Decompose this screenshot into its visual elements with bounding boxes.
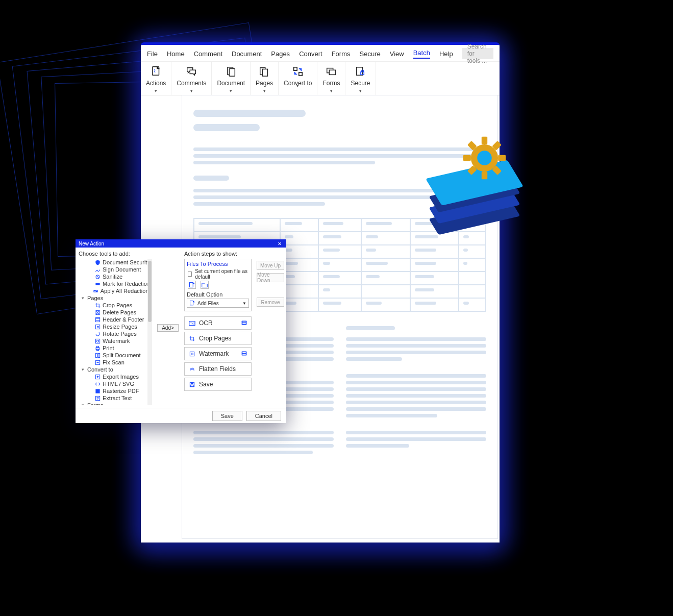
tree-node-label: Apply All Redactions [101,287,152,294]
tree-node[interactable]: Print [78,344,153,352]
tree-node[interactable]: Watermark [78,337,153,344]
set-default-checkbox-row[interactable]: Set current open file as default [187,268,249,280]
rasterize-icon [94,388,101,394]
action-step[interactable]: Flatten Fields [184,362,252,376]
cancel-button[interactable]: Cancel [246,411,281,421]
redact-icon [94,281,101,287]
flatten-icon [188,365,196,373]
redact-apply-icon [93,288,98,294]
tree-node-label: HTML / SVG [103,380,134,387]
comments-icon [185,65,197,78]
svg-rect-20 [96,346,98,348]
tree-node-label: Export Images [103,373,139,380]
tree-node[interactable]: Sign Document [78,266,153,273]
toolbar-label: Comments [177,80,206,87]
svg-rect-35 [190,301,193,305]
menu-pages[interactable]: Pages [271,50,290,58]
tree-node[interactable]: ▾Pages [78,294,153,302]
document-icon [225,65,237,78]
move-up-button[interactable]: Move Up [257,261,284,270]
toolbar-pages[interactable]: Pages ▾ [251,62,279,95]
tree-node-label: Forms [87,402,103,405]
tree-node[interactable]: Fix Scan [78,359,153,366]
tree-node-label: Pages [87,294,103,302]
tree-node-label: Sign Document [103,266,141,273]
menu-convert[interactable]: Convert [299,50,322,58]
menu-view[interactable]: View [390,50,404,58]
add-folder-icon[interactable] [201,281,209,289]
tree-node-label: Convert to [87,366,113,373]
search-placeholder: Search for tools ... [467,43,488,64]
search-tools-input[interactable]: Search for tools ... [462,48,493,59]
crop-icon [188,334,196,342]
tree-node-label: Mark for Redaction [103,280,150,287]
action-step[interactable]: TXTOCR [184,316,252,330]
files-to-process-title: Files To Process [187,261,249,267]
watermark-icon [94,338,101,344]
tree-node[interactable]: Mark for Redaction [78,280,153,287]
step-label: Crop Pages [199,335,231,342]
tree-node[interactable]: Crop Pages [78,302,153,309]
toolbar-label: Secure [351,80,370,87]
tree-node[interactable]: ▾Forms [78,402,153,405]
tree-node[interactable]: Rotate Pages [78,330,153,337]
tree-node[interactable]: Rasterize PDF [78,387,153,395]
tree-node[interactable]: Export Images [78,373,153,380]
scrollbar-thumb[interactable] [148,261,152,322]
svg-rect-6 [299,72,302,76]
delete-icon [94,309,101,315]
toolbar-document[interactable]: Document ▾ [212,62,251,95]
crop-icon [94,302,101,308]
tree-node[interactable]: ▾Convert to [78,366,153,373]
svg-rect-15 [95,317,99,322]
toolbar-label: Forms [322,80,340,87]
toolbar-actions[interactable]: Actions ▾ [141,62,171,95]
tree-node[interactable]: Header & Footer [78,316,153,323]
sign-icon [94,266,101,273]
action-step[interactable]: Save [184,378,252,391]
tree-node[interactable]: Extract Text [78,395,153,402]
menu-file[interactable]: File [147,50,158,58]
menu-comment[interactable]: Comment [194,50,222,58]
checkbox-icon[interactable] [188,272,192,277]
svg-rect-34 [190,283,193,287]
step-label: Save [199,381,213,388]
menu-help[interactable]: Help [439,50,453,58]
new-action-dialog: New Action ✕ Choose tools to add: Docume… [76,239,286,423]
save-button[interactable]: Save [212,411,242,421]
toolbar-comments[interactable]: Comments ▾ [171,62,212,95]
menu-forms[interactable]: Forms [332,50,351,58]
menu-batch[interactable]: Batch [413,49,430,59]
tree-node[interactable]: Sanitize [78,273,153,280]
action-step[interactable]: Watermark [184,347,252,360]
tree-node[interactable]: HTML / SVG [78,380,153,387]
menu-document[interactable]: Document [232,50,262,58]
close-icon[interactable]: ✕ [276,241,283,247]
add-file-icon[interactable] [188,281,196,289]
tree-scrollbar[interactable] [147,259,152,405]
tree-node[interactable]: Split Document [78,352,153,359]
toolbar-secure[interactable]: Secure ▾ [345,62,376,95]
tree-node[interactable]: Delete Pages [78,309,153,316]
tree-node-label: Rotate Pages [103,330,137,337]
action-step[interactable]: Crop Pages [184,332,252,345]
svg-rect-2 [229,69,235,77]
default-option-select[interactable]: Add Files ▼ [187,299,249,308]
tree-node[interactable]: Apply All Redactions [78,287,153,294]
menu-secure[interactable]: Secure [360,50,381,58]
step-settings-icon[interactable] [241,319,248,327]
menu-home[interactable]: Home [167,50,185,58]
header-icon [94,316,101,323]
step-settings-icon[interactable] [241,350,248,357]
tree-node[interactable]: Document Security [78,259,153,266]
save-icon [188,380,196,388]
pages-icon [258,65,270,78]
tree-node[interactable]: Resize Pages [78,323,153,330]
move-down-button[interactable]: Move Down [257,273,284,282]
add-button[interactable]: Add> [157,324,179,332]
remove-button[interactable]: Remove [257,298,284,307]
toolbar-forms[interactable]: Forms ▾ [317,62,345,95]
toolbar-convert[interactable]: Convert to ▾ [279,62,317,95]
svg-rect-47 [191,382,193,384]
dialog-titlebar[interactable]: New Action ✕ [76,239,286,248]
